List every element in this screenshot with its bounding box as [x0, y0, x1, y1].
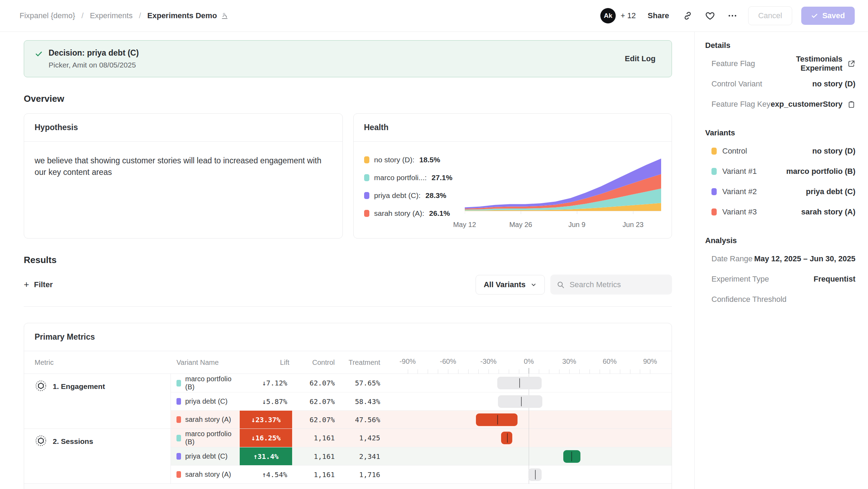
- breadcrumb-current[interactable]: Experiments Demo: [147, 11, 229, 20]
- variants-section: Variants Control no story (D) Variant #1…: [705, 128, 855, 222]
- column-header-metric: Metric: [24, 351, 171, 374]
- health-legend: no story (D): 18.5% marco portfoli...: 2…: [364, 151, 459, 231]
- metric-cell[interactable]: 1. Engagement: [24, 374, 171, 428]
- axis-minor-tick: [428, 369, 428, 374]
- cancel-button[interactable]: Cancel: [748, 6, 792, 25]
- variant-name: sarah story (A): [185, 470, 231, 479]
- table-row[interactable]: priya debt (C)↑31.4%1,1612,341: [171, 447, 672, 465]
- metrics-search[interactable]: [550, 275, 672, 295]
- treatment-value: 1,716: [338, 466, 383, 483]
- avatar[interactable]: Ak: [600, 8, 616, 23]
- variants-heading: Variants: [705, 128, 855, 137]
- variant-value: sarah story (A): [801, 207, 855, 217]
- lift-badge: ↓16.25%: [240, 429, 292, 447]
- collaborators-count[interactable]: + 12: [621, 11, 636, 20]
- table-row[interactable]: marco portfolio (B)↓16.25%1,1611,425: [171, 429, 672, 447]
- saved-button[interactable]: Saved: [801, 7, 855, 25]
- detail-row-feature-flag: Feature Flag Testimonials Experiment: [705, 54, 855, 74]
- table-row[interactable]: sarah story (A)↓23.37%62.07%47.56%: [171, 410, 672, 428]
- add-filter-button[interactable]: + Filter: [24, 279, 53, 290]
- variant-swatch: [711, 208, 717, 215]
- copy-icon[interactable]: [847, 100, 855, 108]
- health-chart-svg: [465, 153, 661, 219]
- copy-link-button[interactable]: [681, 9, 694, 22]
- table-row[interactable]: sarah story (A)↑4.54%1,1611,716: [171, 465, 672, 483]
- share-button[interactable]: Share: [648, 11, 669, 20]
- x-axis-label: May 12: [453, 221, 476, 229]
- legend-swatch: [364, 156, 369, 163]
- edit-log-button[interactable]: Edit Log: [625, 54, 661, 63]
- legend-item[interactable]: no story (D): 18.5%: [364, 156, 459, 164]
- axis-minor-tick: [519, 369, 519, 374]
- analysis-label: Date Range: [711, 254, 752, 263]
- legend-value: 26.1%: [429, 209, 450, 218]
- variant-swatch: [176, 398, 181, 405]
- lift-value: ↓7.12%: [240, 374, 292, 392]
- legend-item[interactable]: marco portfoli...: 27.1%: [364, 173, 459, 182]
- lift-badge: ↓23.37%: [240, 411, 292, 428]
- add-metric-button[interactable]: + Add: [24, 483, 672, 489]
- variant-cell: sarah story (A): [171, 411, 240, 428]
- variant-swatch: [176, 435, 181, 441]
- axis-minor-tick: [509, 369, 509, 374]
- saved-label: Saved: [822, 11, 845, 20]
- x-axis-label: Jun 9: [568, 221, 585, 229]
- legend-value: 28.3%: [426, 191, 447, 200]
- experiment-type-value: Frequentist: [813, 275, 855, 284]
- results-controls: + Filter All Variants: [24, 275, 672, 307]
- feature-flag-value[interactable]: Testimonials Experiment: [755, 55, 842, 73]
- metric-target-icon: [35, 434, 47, 447]
- analysis-row-experiment-type: Experiment Type Frequentist: [705, 269, 855, 289]
- axis-minor-tick: [589, 369, 590, 374]
- axis-minor-tick: [559, 369, 559, 374]
- legend-item[interactable]: priya debt (C): 28.3%: [364, 191, 459, 200]
- metric-cell[interactable]: 2. Sessions: [24, 429, 171, 483]
- lift-point-marker: [571, 452, 572, 461]
- treatment-value: 58.43%: [338, 392, 383, 410]
- overview-heading: Overview: [24, 93, 672, 104]
- lift-point-marker: [535, 470, 536, 479]
- axis-tick-label: 60%: [603, 357, 617, 366]
- axis-minor-tick: [499, 369, 499, 374]
- variant-label: Variant #2: [722, 187, 757, 196]
- axis-minor-tick: [600, 369, 600, 374]
- decision-subtitle: Picker, Amit on 08/05/2025: [49, 61, 139, 69]
- analysis-label: Confidence Threshold: [711, 295, 787, 304]
- favorite-button[interactable]: [703, 9, 717, 22]
- search-icon: [557, 280, 565, 289]
- lift-point-marker: [497, 415, 498, 424]
- legend-label: sarah story (A):: [374, 209, 425, 218]
- metric-target-icon: [35, 380, 47, 392]
- column-header-treatment: Treatment: [338, 351, 383, 374]
- breadcrumb-project[interactable]: Fixpanel {demo}: [20, 11, 75, 20]
- variant-row: Control no story (D): [705, 141, 855, 161]
- breadcrumb-experiments[interactable]: Experiments: [90, 11, 132, 20]
- breadcrumb: Fixpanel {demo} / Experiments / Experime…: [20, 11, 229, 20]
- table-row[interactable]: marco portfolio (B)↓7.12%62.07%57.65%: [171, 374, 672, 392]
- control-value: 62.07%: [292, 411, 338, 428]
- external-link-icon[interactable]: [847, 59, 855, 68]
- metric-rows: marco portfolio (B)↓7.12%62.07%57.65%pri…: [171, 374, 672, 428]
- more-menu-button[interactable]: [726, 9, 739, 22]
- variant-row: Variant #3 sarah story (A): [705, 202, 855, 222]
- table-row[interactable]: priya debt (C)↓5.87%62.07%58.43%: [171, 392, 672, 410]
- topbar-actions: Ak + 12 Share Cancel: [600, 6, 855, 25]
- column-header-lift: Lift: [240, 351, 292, 374]
- axis-tick-label: 0%: [524, 357, 534, 366]
- variant-cell: sarah story (A): [171, 466, 240, 483]
- health-title: Health: [354, 114, 672, 142]
- legend-item[interactable]: sarah story (A): 26.1%: [364, 209, 459, 218]
- axis-minor-tick: [448, 369, 448, 374]
- variant-label: Control: [722, 147, 747, 156]
- axis-minor-tick: [468, 369, 469, 374]
- health-chart: May 12May 26Jun 9Jun 23: [465, 151, 661, 231]
- legend-swatch: [364, 210, 369, 217]
- search-input[interactable]: [570, 280, 666, 289]
- variant-name: sarah story (A): [185, 416, 231, 424]
- treatment-value: 2,341: [338, 447, 383, 465]
- variants-dropdown-value: All Variants: [484, 280, 526, 289]
- date-range-value: May 12, 2025 – Jun 30, 2025: [754, 254, 855, 263]
- variants-dropdown[interactable]: All Variants: [476, 275, 545, 295]
- variant-cell: marco portfolio (B): [171, 429, 240, 447]
- variant-name: marco portfolio (B): [185, 430, 240, 446]
